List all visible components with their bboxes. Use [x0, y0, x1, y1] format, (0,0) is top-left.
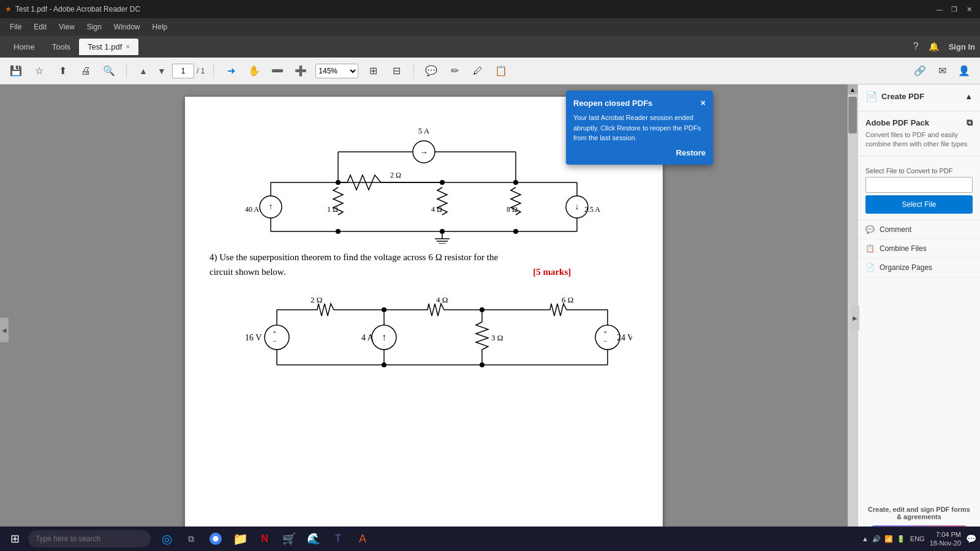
marquee-zoom-icon[interactable]: ⊟: [388, 62, 405, 80]
battery-icon: 🔋: [897, 535, 905, 543]
scroll-up-button[interactable]: ▲: [848, 84, 858, 94]
taskbar-amazon-icon[interactable]: 🛒: [278, 528, 300, 550]
taskbar-explorer-icon[interactable]: 📁: [229, 528, 251, 550]
svg-text:↓: ↓: [575, 202, 579, 211]
circuit-diagram-4: 2 Ω 4 Ω 6 Ω + −: [216, 285, 632, 389]
prev-page-button[interactable]: ▲: [135, 63, 151, 79]
file-path-input[interactable]: [865, 177, 973, 193]
tab-home[interactable]: Home: [5, 39, 43, 55]
taskbar-chrome-icon[interactable]: [205, 528, 227, 550]
tab-bar-right: ? 🔔 Sign In: [913, 41, 975, 52]
link-icon[interactable]: 🔗: [911, 62, 929, 80]
cursor-tool-icon[interactable]: ➜: [222, 62, 239, 80]
taskbar-acrobat-icon[interactable]: A: [352, 528, 374, 550]
svg-point-62: [213, 536, 219, 542]
taskbar-search-input[interactable]: [28, 530, 151, 547]
restore-button[interactable]: ❐: [948, 3, 960, 15]
svg-point-17: [513, 180, 518, 185]
notification-icon[interactable]: 💬: [966, 534, 976, 544]
q4-marks: [5 marks]: [533, 267, 571, 277]
menu-view[interactable]: View: [54, 21, 80, 32]
sign-in-button[interactable]: Sign In: [949, 42, 975, 51]
left-panel-toggle[interactable]: ◀: [0, 318, 9, 342]
svg-point-16: [440, 180, 445, 185]
select-file-label: Select File to Convert to PDF: [865, 167, 973, 174]
draw-icon[interactable]: ✏: [446, 62, 463, 80]
search-icon[interactable]: 🔍: [100, 62, 118, 80]
create-pdf-collapse-icon[interactable]: ▲: [965, 92, 973, 101]
sidebar-organize-pages-item[interactable]: 📄 Organize Pages: [858, 258, 980, 277]
comment-sidebar-icon: 💬: [865, 225, 875, 234]
taskbar-up-arrow-icon[interactable]: ▲: [862, 535, 869, 542]
sidebar-combine-files-item[interactable]: 📋 Combine Files: [858, 239, 980, 258]
menu-help[interactable]: Help: [148, 21, 173, 32]
save-icon[interactable]: 💾: [7, 62, 24, 80]
menu-file[interactable]: File: [5, 21, 26, 32]
toolbar: 💾 ☆ ⬆ 🖨 🔍 ▲ ▼ / 1 ➜ ✋ ➖ ➕ 145% 50% 75% 1…: [0, 58, 980, 84]
svg-text:−: −: [273, 337, 276, 345]
bookmark-icon[interactable]: ☆: [31, 62, 48, 80]
scroll-thumb[interactable]: [848, 97, 857, 133]
upload-icon[interactable]: ⬆: [54, 62, 71, 80]
tab-tools[interactable]: Tools: [43, 39, 79, 55]
combine-files-label: Combine Files: [880, 244, 927, 253]
sidebar-comment-item[interactable]: 💬 Comment: [858, 220, 980, 239]
copy-icon[interactable]: ⧉: [967, 118, 973, 128]
email-icon[interactable]: ✉: [933, 62, 951, 80]
menu-edit[interactable]: Edit: [29, 21, 51, 32]
help-icon[interactable]: ?: [913, 41, 919, 52]
fit-page-icon[interactable]: ⊞: [364, 62, 382, 80]
select-file-button[interactable]: Select File: [865, 195, 973, 214]
tab-active-pdf[interactable]: Test 1.pdf ×: [79, 39, 138, 55]
svg-text:16 V: 16 V: [245, 333, 262, 342]
comment-icon[interactable]: 💬: [423, 62, 440, 80]
window-controls: — ❐ ✕: [933, 3, 975, 15]
pdf-content: Reopen closed PDFs × Your last Acrobat R…: [0, 84, 848, 551]
zoom-out-icon[interactable]: ➖: [269, 62, 286, 80]
taskbar-clock[interactable]: 7:04 PM 18-Nov-20: [930, 530, 961, 548]
minimize-button[interactable]: —: [933, 3, 946, 15]
start-button[interactable]: ⊞: [4, 528, 26, 550]
menu-window[interactable]: Window: [109, 21, 145, 32]
taskbar-cortana-icon[interactable]: ◎: [156, 528, 178, 550]
question-4-text: 4) Use the superposition theorem to find…: [209, 250, 638, 279]
zoom-in-icon[interactable]: ➕: [292, 62, 309, 80]
window-title: Test 1.pdf - Adobe Acrobat Reader DC: [15, 5, 140, 13]
taskbar-edge-icon[interactable]: 🌊: [303, 528, 325, 550]
q4-text1: 4) Use the superposition theorem to find…: [209, 252, 498, 262]
title-bar: ★ Test 1.pdf - Adobe Acrobat Reader DC —…: [0, 0, 980, 18]
tab-close-button[interactable]: ×: [126, 43, 129, 50]
popup-close-button[interactable]: ×: [701, 98, 706, 108]
organize-pages-label: Organize Pages: [880, 263, 932, 272]
stamp-icon[interactable]: 📋: [492, 62, 510, 80]
next-page-button[interactable]: ▼: [154, 63, 170, 79]
user-icon[interactable]: 👤: [956, 62, 973, 80]
popup-text: Your last Acrobat Reader session ended a…: [573, 113, 706, 143]
toolbar-separator-2: [213, 64, 214, 78]
tab-active-label: Test 1.pdf: [88, 42, 122, 51]
wifi-icon[interactable]: 📶: [884, 535, 893, 543]
toolbar-separator-3: [413, 64, 414, 78]
svg-point-49: [382, 307, 386, 312]
hand-tool-icon[interactable]: ✋: [246, 62, 263, 80]
page-total: / 1: [197, 67, 205, 75]
svg-point-57: [595, 325, 620, 350]
circuit-diagram-3: 5 A → 40 A: [234, 121, 614, 244]
print-icon[interactable]: 🖨: [77, 62, 94, 80]
highlight-icon[interactable]: 🖊: [469, 62, 486, 80]
taskbar-netflix-icon[interactable]: N: [254, 528, 276, 550]
popup-title: Reopen closed PDFs: [573, 99, 652, 108]
taskbar-taskview-icon[interactable]: ⧉: [180, 528, 202, 550]
zoom-select[interactable]: 145% 50% 75% 100% 125% 200% 400%: [315, 64, 358, 78]
svg-point-51: [382, 362, 386, 367]
page-number-input[interactable]: [172, 64, 194, 78]
sidebar-collapse-button[interactable]: ▶: [858, 305, 859, 330]
close-button[interactable]: ✕: [963, 3, 975, 15]
menu-sign[interactable]: Sign: [82, 21, 107, 32]
popup-restore-button[interactable]: Restore: [573, 148, 706, 157]
taskbar-teams-icon[interactable]: T: [327, 528, 349, 550]
taskbar-right: ▲ 🔊 📶 🔋 ENG 7:04 PM 18-Nov-20 💬: [862, 530, 976, 548]
bell-icon[interactable]: 🔔: [929, 42, 939, 51]
combine-files-icon: 📋: [865, 244, 875, 253]
speaker-icon[interactable]: 🔊: [872, 535, 881, 543]
